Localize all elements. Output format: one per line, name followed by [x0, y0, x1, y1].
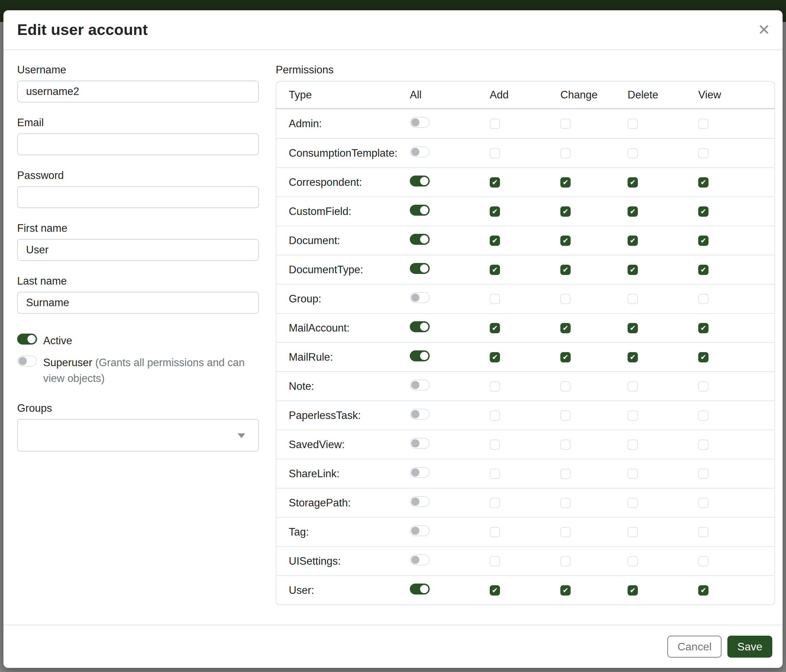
permission-add-checkbox[interactable]	[490, 469, 500, 479]
permission-view-checkbox[interactable]	[698, 294, 709, 304]
permission-view-checkbox[interactable]	[698, 469, 709, 479]
permission-change-checkbox[interactable]	[560, 440, 571, 450]
permission-change-checkbox[interactable]	[560, 498, 571, 508]
permission-add-checkbox[interactable]	[490, 294, 500, 304]
save-button[interactable]: Save	[727, 636, 772, 658]
permission-delete-checkbox[interactable]: ✔	[627, 585, 638, 595]
permission-add-checkbox[interactable]	[490, 119, 500, 129]
close-icon[interactable]: ✕	[758, 22, 770, 38]
permission-delete-checkbox[interactable]	[627, 148, 638, 159]
permission-change-checkbox[interactable]	[560, 527, 571, 537]
permission-all-toggle[interactable]	[410, 409, 430, 420]
permission-delete-checkbox[interactable]	[627, 527, 638, 537]
permission-view-checkbox[interactable]: ✔	[698, 352, 709, 363]
permission-all-toggle[interactable]	[410, 321, 430, 332]
superuser-toggle[interactable]	[17, 356, 37, 366]
permission-all-toggle[interactable]	[410, 292, 430, 303]
permission-add-checkbox[interactable]	[490, 440, 500, 450]
permission-view-checkbox[interactable]	[698, 148, 709, 159]
permission-delete-checkbox[interactable]	[627, 294, 638, 304]
permission-change-checkbox[interactable]: ✔	[560, 177, 571, 188]
permission-row: ShareLink:	[277, 459, 774, 488]
active-toggle[interactable]	[17, 334, 37, 345]
first-name-input[interactable]	[17, 239, 259, 261]
permission-change-checkbox[interactable]: ✔	[560, 265, 571, 275]
permission-view-checkbox[interactable]	[698, 410, 709, 421]
email-field[interactable]	[17, 133, 259, 155]
password-field[interactable]	[17, 186, 259, 208]
permission-view-checkbox[interactable]	[698, 119, 709, 129]
permission-add-checkbox[interactable]	[490, 556, 500, 567]
permission-change-checkbox[interactable]	[560, 556, 571, 567]
permission-all-toggle[interactable]	[410, 350, 430, 361]
permission-all-toggle[interactable]	[410, 584, 430, 595]
permission-delete-checkbox[interactable]	[627, 556, 638, 567]
permission-change-checkbox[interactable]	[560, 119, 571, 129]
permission-change-checkbox[interactable]	[560, 294, 571, 304]
permission-add-checkbox[interactable]	[490, 527, 500, 537]
permission-delete-checkbox[interactable]	[627, 381, 638, 391]
permission-all-toggle[interactable]	[410, 234, 430, 245]
permission-add-checkbox[interactable]	[490, 410, 500, 421]
cancel-button[interactable]: Cancel	[667, 636, 722, 658]
permission-all-toggle[interactable]	[410, 117, 430, 128]
username-input[interactable]	[17, 80, 259, 102]
permission-add-checkbox[interactable]: ✔	[490, 177, 500, 188]
last-name-input[interactable]	[17, 292, 259, 314]
permission-view-checkbox[interactable]	[698, 556, 709, 567]
permission-delete-checkbox[interactable]: ✔	[627, 177, 638, 188]
permission-delete-checkbox[interactable]: ✔	[627, 265, 638, 275]
permission-add-checkbox[interactable]: ✔	[490, 585, 500, 595]
permission-change-checkbox[interactable]: ✔	[560, 585, 571, 595]
permission-all-toggle[interactable]	[410, 380, 430, 391]
permission-delete-checkbox[interactable]: ✔	[627, 352, 638, 363]
permission-all-toggle[interactable]	[410, 263, 430, 274]
permission-all-toggle[interactable]	[410, 176, 430, 187]
permission-view-checkbox[interactable]	[698, 440, 709, 450]
permission-change-checkbox[interactable]	[560, 148, 571, 159]
permission-view-checkbox[interactable]: ✔	[698, 177, 709, 188]
permission-all-toggle[interactable]	[410, 205, 430, 216]
permission-view-checkbox[interactable]	[698, 381, 709, 391]
permission-view-checkbox[interactable]: ✔	[698, 585, 709, 595]
permission-view-checkbox[interactable]: ✔	[698, 236, 709, 246]
permission-delete-checkbox[interactable]: ✔	[627, 236, 638, 246]
permission-delete-checkbox[interactable]	[627, 498, 638, 508]
permission-delete-checkbox[interactable]	[627, 410, 638, 421]
column-header-change: Change	[560, 89, 627, 101]
permission-all-toggle[interactable]	[410, 438, 430, 449]
permission-all-toggle[interactable]	[410, 496, 430, 507]
permission-change-checkbox[interactable]	[560, 410, 571, 421]
permission-all-toggle[interactable]	[410, 467, 430, 478]
permission-view-checkbox[interactable]	[698, 498, 709, 508]
permission-delete-checkbox[interactable]: ✔	[627, 323, 638, 333]
permission-delete-checkbox[interactable]	[627, 469, 638, 479]
permission-add-checkbox[interactable]: ✔	[490, 323, 500, 333]
permission-all-toggle[interactable]	[410, 554, 430, 565]
permission-add-checkbox[interactable]: ✔	[490, 265, 500, 275]
permission-change-checkbox[interactable]: ✔	[560, 352, 571, 363]
permission-change-checkbox[interactable]: ✔	[560, 206, 571, 217]
permission-view-checkbox[interactable]: ✔	[698, 323, 709, 333]
permission-add-checkbox[interactable]	[490, 498, 500, 508]
permission-change-checkbox[interactable]: ✔	[560, 236, 571, 246]
permission-all-toggle[interactable]	[410, 146, 430, 157]
permission-delete-checkbox[interactable]	[627, 440, 638, 450]
permission-type-label: PaperlessTask:	[277, 409, 410, 422]
permission-view-checkbox[interactable]: ✔	[698, 206, 709, 217]
permission-all-toggle[interactable]	[410, 525, 430, 536]
permission-change-checkbox[interactable]: ✔	[560, 323, 571, 333]
permission-view-checkbox[interactable]: ✔	[698, 265, 709, 275]
permission-add-checkbox[interactable]: ✔	[490, 236, 500, 246]
permission-delete-checkbox[interactable]	[627, 119, 638, 129]
groups-select[interactable]	[17, 419, 259, 452]
permission-delete-checkbox[interactable]: ✔	[627, 206, 638, 217]
permission-add-checkbox[interactable]	[490, 148, 500, 159]
permission-view-checkbox[interactable]	[698, 527, 709, 537]
permission-add-checkbox[interactable]: ✔	[490, 206, 500, 217]
column-header-delete: Delete	[627, 89, 698, 101]
permission-add-checkbox[interactable]: ✔	[490, 352, 500, 363]
permission-change-checkbox[interactable]	[560, 381, 571, 391]
permission-add-checkbox[interactable]	[490, 381, 500, 391]
permission-change-checkbox[interactable]	[560, 469, 571, 479]
